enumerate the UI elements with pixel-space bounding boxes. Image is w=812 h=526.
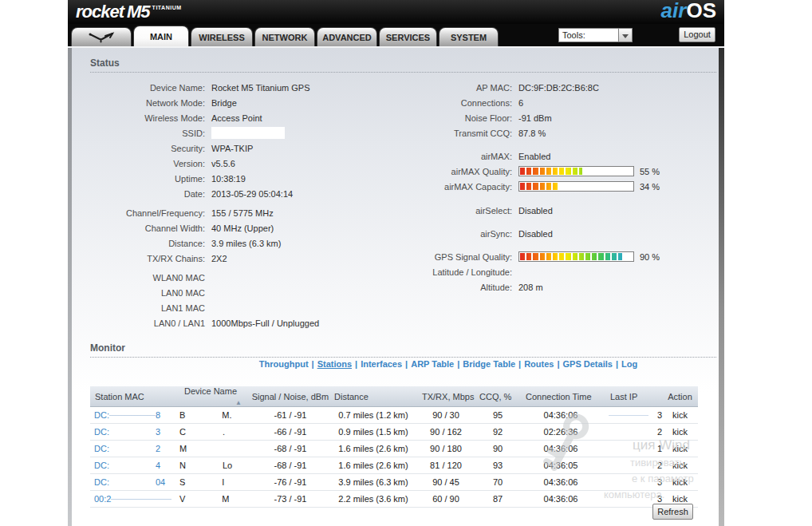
col-txrx[interactable]: TX/RX, Mbps bbox=[417, 386, 475, 407]
field-label: airSync: bbox=[387, 229, 518, 239]
kick-link[interactable]: kick bbox=[662, 457, 698, 474]
ssid-redacted-box bbox=[211, 127, 285, 139]
link-separator: | bbox=[405, 359, 408, 369]
field-label: Channel Width: bbox=[90, 223, 211, 233]
tab-system[interactable]: SYSTEM bbox=[439, 27, 499, 46]
mac-suffix: 8 bbox=[156, 410, 160, 420]
security-value: WPA-TKIP bbox=[211, 144, 253, 153]
monitor-link-routes[interactable]: Routes bbox=[524, 359, 554, 369]
station-last-ip[interactable]: 2 bbox=[601, 424, 662, 441]
tab-wireless[interactable]: WIRELESS bbox=[191, 27, 253, 46]
kick-link[interactable]: kick bbox=[662, 474, 698, 491]
monitor-link-stations[interactable]: Stations bbox=[317, 359, 352, 369]
logout-button[interactable]: Logout bbox=[679, 27, 715, 42]
status-row: Connections:6 bbox=[387, 95, 718, 110]
field-label: Date: bbox=[90, 189, 211, 199]
kick-link[interactable]: kick bbox=[662, 424, 698, 441]
field-label: Noise Floor: bbox=[387, 113, 518, 123]
station-signal: -68 / -91 bbox=[251, 457, 329, 474]
monitor-link-throughput[interactable]: Throughput bbox=[259, 359, 309, 369]
link-separator: | bbox=[312, 359, 314, 369]
gps-signal-quality-pct: 90 % bbox=[640, 252, 660, 262]
station-last-ip[interactable]: 3 bbox=[601, 474, 662, 491]
kick-link[interactable]: kick bbox=[662, 407, 698, 424]
station-mac-link[interactable]: 00:2 bbox=[90, 494, 179, 504]
field-label: Distance: bbox=[90, 239, 211, 248]
tab-network-label: NETWORK bbox=[262, 33, 308, 42]
col-signal-noise[interactable]: Signal / Noise, dBm bbox=[251, 386, 329, 407]
name-fragment: M bbox=[222, 494, 229, 504]
col-ccq[interactable]: CCQ, % bbox=[475, 386, 521, 407]
status-left-column: Device Name:Rocket M5 Titanium GPS Netwo… bbox=[90, 80, 377, 330]
monitor-link-interfaces[interactable]: Interfaces bbox=[361, 359, 402, 369]
station-conn-time: 04:36:06 bbox=[521, 491, 601, 508]
tab-wireless-label: WIRELESS bbox=[199, 33, 244, 42]
station-txrx: 90 / 30 bbox=[417, 407, 475, 424]
meter-mask bbox=[622, 253, 633, 260]
station-mac-link[interactable]: DC:2 bbox=[90, 444, 179, 453]
col-device-name[interactable]: Device Name▲ bbox=[179, 386, 251, 407]
monitor-link-arp-table[interactable]: ARP Table bbox=[411, 359, 454, 369]
mac-redaction bbox=[109, 411, 156, 420]
distance-value: 3.9 miles (6.3 km) bbox=[211, 239, 281, 248]
chevron-down-icon[interactable] bbox=[618, 29, 632, 42]
col-last-ip[interactable]: Last IP bbox=[601, 386, 662, 407]
field-label: Connections: bbox=[387, 98, 518, 108]
name-fragment: V bbox=[179, 494, 185, 504]
airmax-capacity-meter bbox=[518, 181, 634, 192]
station-mac-link[interactable]: DC:04 bbox=[90, 477, 179, 487]
tab-services[interactable]: SERVICES bbox=[379, 27, 437, 46]
mac-prefix: DC: bbox=[94, 427, 109, 437]
station-mac-link[interactable]: DC:3 bbox=[90, 427, 179, 437]
refresh-button[interactable]: Refresh bbox=[652, 504, 693, 520]
monitor-link-bridge-table[interactable]: Bridge Table bbox=[463, 359, 515, 369]
station-ccq: 90 bbox=[475, 441, 521, 457]
device-name-value: Rocket M5 Titanium GPS bbox=[211, 83, 310, 93]
airmax-quality-pct: 55 % bbox=[640, 167, 660, 176]
status-row: LAN1 MAC bbox=[90, 300, 377, 315]
station-mac-link[interactable]: DC:8 bbox=[90, 410, 179, 420]
noise-floor-value: -91 dBm bbox=[518, 113, 552, 123]
status-row: TX/RX Chains:2X2 bbox=[90, 251, 377, 266]
field-label: LAN0 / LAN1 bbox=[90, 318, 211, 328]
logo-name: rocket bbox=[76, 2, 124, 22]
station-last-ip[interactable]: 3 bbox=[601, 407, 662, 424]
col-action[interactable]: Action bbox=[662, 386, 698, 407]
field-label: Latitude / Longitude: bbox=[387, 267, 518, 277]
tab-advanced[interactable]: ADVANCED bbox=[317, 27, 377, 46]
tab-ubiquiti-home[interactable] bbox=[71, 27, 132, 46]
col-connection-time[interactable]: Connection Time bbox=[521, 386, 601, 407]
status-row: Security:WPA-TKIP bbox=[90, 140, 377, 156]
tab-network[interactable]: NETWORK bbox=[254, 27, 315, 46]
status-row: Channel/Frequency:155 / 5775 MHz bbox=[90, 205, 377, 220]
tab-main[interactable]: MAIN bbox=[133, 26, 189, 46]
mac-suffix: 04 bbox=[156, 477, 165, 487]
station-last-ip[interactable]: 2 bbox=[601, 457, 662, 474]
status-row: Version:v5.5.6 bbox=[90, 156, 377, 171]
field-label: Wireless Mode: bbox=[90, 113, 211, 123]
station-mac-link[interactable]: DC:4 bbox=[90, 461, 179, 470]
channel-width-value: 40 MHz (Upper) bbox=[211, 223, 274, 233]
airsync-value: Disabled bbox=[518, 229, 553, 239]
col-station-mac[interactable]: Station MAC bbox=[90, 386, 179, 407]
meter-mask bbox=[558, 183, 633, 190]
monitor-link-gps-details[interactable]: GPS Details bbox=[563, 359, 613, 369]
tools-select[interactable]: Tools: bbox=[558, 28, 633, 42]
kick-link[interactable]: kick bbox=[662, 441, 698, 457]
station-last-ip[interactable]: 1 bbox=[601, 441, 662, 457]
status-row: LAN0 / LAN11000Mbps-Full / Unplugged bbox=[90, 315, 377, 330]
station-device-name: VM bbox=[179, 491, 251, 508]
gps-signal-quality-meter bbox=[518, 251, 634, 262]
col-distance[interactable]: Distance bbox=[329, 386, 417, 407]
channel-frequency-value: 155 / 5775 MHz bbox=[211, 208, 274, 218]
monitor-link-log[interactable]: Log bbox=[621, 359, 637, 369]
network-mode-value: Bridge bbox=[211, 98, 237, 108]
link-separator: | bbox=[355, 359, 357, 369]
ubiquiti-antenna-icon bbox=[88, 31, 115, 44]
status-row: GPS Signal Quality: 90 % bbox=[387, 249, 718, 264]
name-fragment: C bbox=[179, 427, 186, 437]
status-row: Network Mode:Bridge bbox=[90, 95, 377, 110]
airmax-capacity-pct: 34 % bbox=[640, 182, 660, 192]
field-label: LAN1 MAC bbox=[90, 303, 211, 313]
status-row: airMAX:Enabled bbox=[387, 148, 718, 164]
